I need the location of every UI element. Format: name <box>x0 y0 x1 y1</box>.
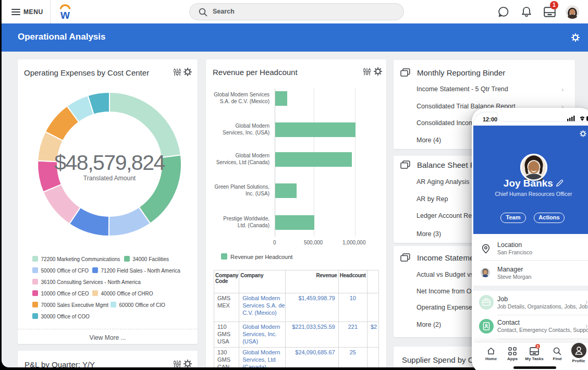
svg-text:w: w <box>60 8 70 20</box>
